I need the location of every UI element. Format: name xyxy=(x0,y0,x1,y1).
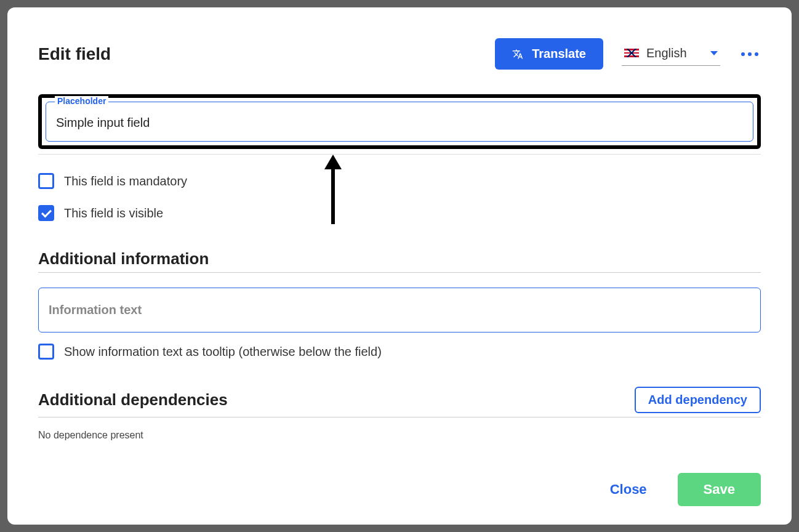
modal-title: Edit field xyxy=(38,44,111,64)
visible-checkbox-row: This field is visible xyxy=(38,205,761,221)
tooltip-checkbox-row: Show information text as tooltip (otherw… xyxy=(38,344,761,360)
language-selector[interactable]: English xyxy=(622,42,720,66)
information-text-input[interactable] xyxy=(38,288,761,332)
mandatory-checkbox-row: This field is mandatory xyxy=(38,173,761,189)
translate-icon xyxy=(512,49,523,60)
placeholder-field[interactable]: Placeholder xyxy=(46,102,753,142)
dots-icon xyxy=(741,52,745,56)
additional-info-heading: Additional information xyxy=(38,249,761,268)
placeholder-highlight-annotation: Placeholder xyxy=(38,94,761,149)
mandatory-label: This field is mandatory xyxy=(64,174,187,188)
no-dependencies-text: No dependence present xyxy=(38,430,761,441)
additional-deps-heading: Additional dependencies xyxy=(38,390,228,409)
translate-label: Translate xyxy=(532,47,586,61)
visible-checkbox[interactable] xyxy=(38,205,54,221)
more-options-button[interactable] xyxy=(739,50,761,58)
tooltip-label: Show information text as tooltip (otherw… xyxy=(64,345,382,359)
svg-marker-1 xyxy=(324,155,342,169)
divider xyxy=(38,154,761,155)
add-dependency-button[interactable]: Add dependency xyxy=(635,387,761,413)
divider xyxy=(38,417,761,417)
modal-header: Edit field Translate English xyxy=(38,38,761,70)
header-actions: Translate English xyxy=(495,38,761,70)
deps-header: Additional dependencies Add dependency xyxy=(38,387,761,413)
modal-footer: Close Save xyxy=(38,454,761,506)
save-button[interactable]: Save xyxy=(678,473,761,506)
close-button[interactable]: Close xyxy=(610,482,647,498)
uk-flag-icon xyxy=(624,49,639,57)
chevron-down-icon xyxy=(710,51,718,55)
edit-field-modal: Edit field Translate English Placeholder xyxy=(7,7,792,525)
tooltip-checkbox[interactable] xyxy=(38,344,54,360)
divider xyxy=(38,272,761,273)
mandatory-checkbox[interactable] xyxy=(38,173,54,189)
language-label: English xyxy=(646,46,703,60)
visible-label: This field is visible xyxy=(64,206,163,220)
placeholder-input[interactable] xyxy=(56,116,743,130)
placeholder-field-label: Placeholder xyxy=(55,96,108,106)
translate-button[interactable]: Translate xyxy=(495,38,603,70)
